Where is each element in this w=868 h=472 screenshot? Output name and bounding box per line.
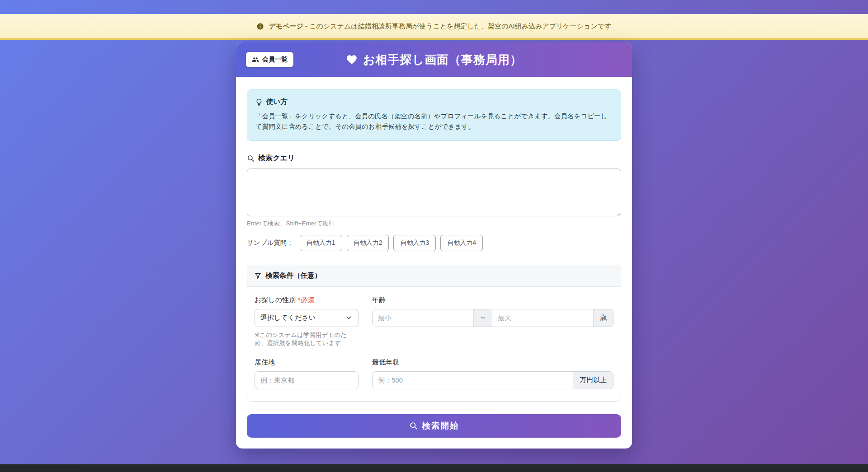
gender-field: お探しの性別*必須 選択してください ※このシステムは学習用デモのため、選択肢を… [255,296,359,347]
gender-required-mark: *必須 [298,296,314,304]
gender-label: お探しの性別*必須 [255,296,359,304]
query-label-row: 検索クエリ [247,154,621,163]
sample-autofill-4-button[interactable]: 自動入力4 [440,235,483,251]
gender-select[interactable]: 選択してください [255,309,359,327]
sample-autofill-2-button[interactable]: 自動入力2 [347,235,389,251]
search-conditions-panel: 検索条件（任意） お探しの性別*必須 選択してください ※このシステムは学習用デ… [247,265,621,402]
usage-info-box: 使い方 「会員一覧」をクリックすると、会員の氏名（架空の名前）やプロフィールを見… [247,89,621,141]
age-range-separator: ～ [473,309,492,327]
usage-body-text: 「会員一覧」をクリックすると、会員の氏名（架空の名前）やプロフィールを見ることが… [255,111,613,132]
residence-label: 居住地 [255,358,359,367]
demo-notice-banner: デモページ - このシステムは結婚相談所事務局が使うことを想定した、架空のAI組… [0,14,868,40]
sample-autofill-1-button[interactable]: 自動入力1 [300,235,342,251]
age-label: 年齢 [372,296,613,304]
gender-select-value: 選択してください [260,313,316,322]
residence-field: 居住地 [255,358,359,389]
residence-input[interactable] [255,371,359,389]
member-list-button[interactable]: 会員一覧 [246,52,293,67]
usage-title-row: 使い方 [255,97,613,107]
income-label: 最低年収 [372,358,613,367]
heart-icon [346,54,358,65]
age-unit-suffix: 歳 [593,309,613,327]
age-range-group: ～ 歳 [372,309,613,327]
demo-notice-rest: - このシステムは結婚相談所事務局が使うことを想定した、架空のAI組み込みアプリ… [303,22,612,30]
search-conditions-title: 検索条件（任意） [265,271,321,280]
member-list-button-label: 会員一覧 [262,56,288,64]
footer: © 2026 東京IT株式会社 [0,464,868,472]
page-title: お相手探し画面（事務局用） [346,52,522,68]
info-icon [256,23,264,30]
gender-note: ※このシステムは学習用デモのため、選択肢を簡略化しています [255,331,359,347]
lightbulb-icon [255,98,263,106]
card-header: 会員一覧 お相手探し画面（事務局用） [236,42,632,77]
filter-funnel-icon [255,272,261,279]
age-min-input[interactable] [373,309,473,327]
gender-label-text: お探しの性別 [255,296,296,304]
page-background-top [0,0,868,14]
page-title-text: お相手探し画面（事務局用） [363,52,522,68]
demo-notice-text: デモページ - このシステムは結婚相談所事務局が使うことを想定した、架空のAI組… [269,22,611,31]
users-icon [252,56,259,63]
usage-title-text: 使い方 [266,97,288,107]
income-unit-suffix: 万円以上 [573,372,613,389]
search-icon [409,421,418,430]
demo-notice-bold: デモページ [269,22,303,30]
search-start-button[interactable]: 検索開始 [247,414,621,438]
sample-questions-row: サンプル質問： 自動入力1 自動入力2 自動入力3 自動入力4 [247,235,621,251]
card-body: 使い方 「会員一覧」をクリックすると、会員の氏名（架空の名前）やプロフィールを見… [236,77,632,449]
query-hint-text: Enterで検索、Shift+Enterで改行 [247,220,621,228]
chevron-down-icon [345,314,353,322]
income-input[interactable] [373,372,573,389]
main-card: 会員一覧 お相手探し画面（事務局用） 使い方 「会員一覧」をクリックすると、会員… [236,42,632,449]
search-query-textarea[interactable] [247,168,621,216]
sample-autofill-3-button[interactable]: 自動入力3 [393,235,436,251]
income-field: 最低年収 万円以上 [372,358,613,389]
age-field: 年齢 ～ 歳 [372,296,613,347]
search-icon [247,154,255,162]
sample-questions-label: サンプル質問： [247,238,293,247]
query-label-text: 検索クエリ [258,154,295,163]
age-max-input[interactable] [492,309,593,327]
search-conditions-body: お探しの性別*必須 選択してください ※このシステムは学習用デモのため、選択肢を… [247,287,621,401]
search-conditions-header: 検索条件（任意） [247,265,621,287]
search-start-label: 検索開始 [422,420,459,431]
income-group: 万円以上 [372,371,613,389]
